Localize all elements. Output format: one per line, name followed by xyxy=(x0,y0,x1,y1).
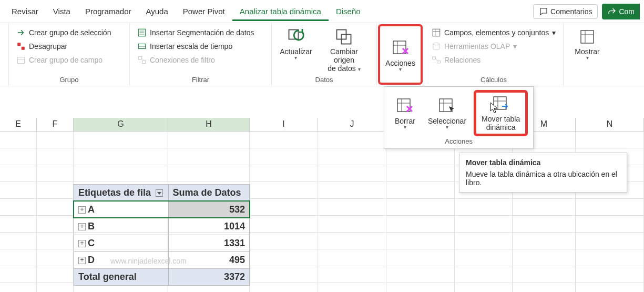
timeline-icon xyxy=(137,42,147,51)
ribbon-group-mostrar: Mostrar ▾ xyxy=(564,23,611,86)
ribbon-group-grupo: Crear grupo de selección Desagrupar Crea… xyxy=(9,23,130,86)
tooltip: Mover tabla dinámica Mueve la tabla diná… xyxy=(459,153,627,193)
grupo-label: Grupo xyxy=(13,75,125,85)
clear-icon xyxy=(395,97,414,116)
filter-dropdown-icon[interactable] xyxy=(156,189,163,197)
pivot-header-values: Suma de Datos xyxy=(168,185,249,202)
move-pivot-icon xyxy=(492,95,510,114)
com-button[interactable]: Com xyxy=(602,4,640,19)
ribbon-group-acciones: Acciones ▾ xyxy=(377,23,424,86)
seleccionar-button[interactable]: Seleccionar ▾ xyxy=(423,90,472,136)
col-header[interactable]: J xyxy=(318,118,386,131)
chevron-down-icon: ▾ xyxy=(404,125,406,129)
acciones-panel: Borrar ▾ Seleccionar ▾ Mover tabla dinám… xyxy=(384,86,534,149)
pivot-row: +B 1014 xyxy=(74,218,250,235)
chevron-down-icon: ▾ xyxy=(294,56,297,60)
calendar-icon xyxy=(16,55,26,65)
svg-rect-23 xyxy=(433,57,436,59)
relations-icon xyxy=(432,55,441,65)
comentarios-button[interactable]: Comentarios xyxy=(533,4,598,19)
expand-icon[interactable]: + xyxy=(78,223,86,230)
insertar-segmentacion[interactable]: Insertar Segmentación de datos xyxy=(134,26,257,39)
ribbon-tabs: Revisar Vista Programador Ayuda Power Pi… xyxy=(0,0,644,23)
tab-ayuda[interactable]: Ayuda xyxy=(138,2,175,21)
borrar-button[interactable]: Borrar ▾ xyxy=(390,90,421,136)
chevron-down-icon: ▾ xyxy=(513,42,517,51)
com-label: Com xyxy=(619,7,635,16)
ribbon: Crear grupo de selección Desagrupar Crea… xyxy=(0,23,644,86)
svg-rect-10 xyxy=(138,56,141,59)
comentarios-label: Comentarios xyxy=(550,7,592,16)
filter-connections-icon xyxy=(137,55,147,65)
tab-vista[interactable]: Vista xyxy=(46,2,78,21)
pivot-total-label: Total general xyxy=(74,269,169,286)
svg-rect-2 xyxy=(17,57,25,64)
pivot-row: +C 1331 xyxy=(74,235,250,252)
col-header[interactable]: H xyxy=(168,118,250,131)
share-icon xyxy=(607,7,617,16)
acciones-button[interactable]: Acciones ▾ xyxy=(380,36,421,74)
tab-revisar[interactable]: Revisar xyxy=(4,2,46,21)
clear-pivot-icon xyxy=(391,39,410,58)
ribbon-group-datos: Actualizar ▾ Cambiar origen de datos ▾ D… xyxy=(272,23,377,86)
mover-tabla-button[interactable]: Mover tabla dinámica xyxy=(476,93,525,134)
svg-rect-1 xyxy=(22,47,25,50)
tooltip-title: Mover tabla dinámica xyxy=(466,158,620,167)
crear-grupo-seleccion[interactable]: Crear grupo de selección xyxy=(13,26,114,39)
svg-point-22 xyxy=(433,43,439,45)
chevron-down-icon: ▾ xyxy=(552,28,556,37)
svg-rect-19 xyxy=(433,29,440,36)
tab-programador[interactable]: Programador xyxy=(78,2,139,21)
cambiar-origen-button[interactable]: Cambiar origen de datos ▾ xyxy=(316,25,372,75)
spreadsheet: E F G H I J K L M N Etiquetas de fila xyxy=(0,118,644,292)
col-header[interactable]: I xyxy=(250,118,318,131)
chevron-down-icon: ▾ xyxy=(399,67,402,72)
herramientas-olap: Herramientas OLAP ▾ xyxy=(428,40,559,53)
datos-label: Datos xyxy=(276,75,372,85)
filtrar-label: Filtrar xyxy=(134,75,267,85)
ungroup-icon xyxy=(16,42,26,51)
col-header[interactable]: N xyxy=(576,118,644,131)
insertar-escala-tiempo[interactable]: Insertar escala de tiempo xyxy=(134,40,257,53)
expand-icon[interactable]: + xyxy=(78,240,86,247)
chevron-down-icon: ▾ xyxy=(358,66,361,72)
crear-grupo-campo: Crear grupo de campo xyxy=(13,54,114,66)
expand-icon[interactable]: + xyxy=(78,257,86,264)
svg-rect-11 xyxy=(142,61,146,64)
expand-icon[interactable]: + xyxy=(78,206,86,214)
mostrar-button[interactable]: Mostrar ▾ xyxy=(569,25,606,62)
svg-rect-0 xyxy=(17,43,21,46)
col-header[interactable]: E xyxy=(0,118,37,131)
desagrupar[interactable]: Desagrupar xyxy=(13,40,114,53)
tab-diseno[interactable]: Diseño xyxy=(329,2,368,21)
svg-rect-35 xyxy=(494,97,506,109)
chevron-down-icon: ▾ xyxy=(586,56,589,60)
olap-icon xyxy=(432,42,441,51)
pivot-row: +A 532 xyxy=(74,202,250,218)
tab-powerpivot[interactable]: Power Pivot xyxy=(176,2,232,21)
change-source-icon xyxy=(334,27,353,46)
arrow-right-icon xyxy=(16,28,26,37)
col-header[interactable]: F xyxy=(37,118,74,131)
ribbon-group-calculos: Campos, elementos y conjuntos ▾ Herramie… xyxy=(424,23,564,86)
calculos-label: Cálculos xyxy=(428,75,559,85)
pivot-header-rows: Etiquetas de fila xyxy=(78,187,151,198)
watermark: www.ninjadelexcel.com xyxy=(110,257,187,265)
select-icon xyxy=(437,97,456,116)
chevron-down-icon: ▾ xyxy=(446,125,448,129)
svg-rect-32 xyxy=(439,99,452,112)
actualizar-button[interactable]: Actualizar ▾ xyxy=(276,25,316,62)
campos-elementos[interactable]: Campos, elementos y conjuntos ▾ xyxy=(428,26,559,39)
relaciones: Relaciones xyxy=(428,54,559,66)
pivot-table[interactable]: Etiquetas de fila Suma de Datos +A 532 +… xyxy=(74,184,250,286)
fields-icon xyxy=(432,28,441,37)
tab-analizar[interactable]: Analizar tabla dinámica xyxy=(232,2,329,21)
col-header[interactable]: G xyxy=(74,118,168,131)
ribbon-group-filtrar: Insertar Segmentación de datos Insertar … xyxy=(130,23,272,86)
column-headers: E F G H I J K L M N xyxy=(0,118,644,132)
pivot-total-value: 3372 xyxy=(168,269,249,286)
slicer-icon xyxy=(137,28,147,37)
tooltip-body: Mueve la tabla dinámica a otra ubicación… xyxy=(466,170,620,187)
show-icon xyxy=(578,27,597,46)
svg-rect-26 xyxy=(581,31,594,43)
